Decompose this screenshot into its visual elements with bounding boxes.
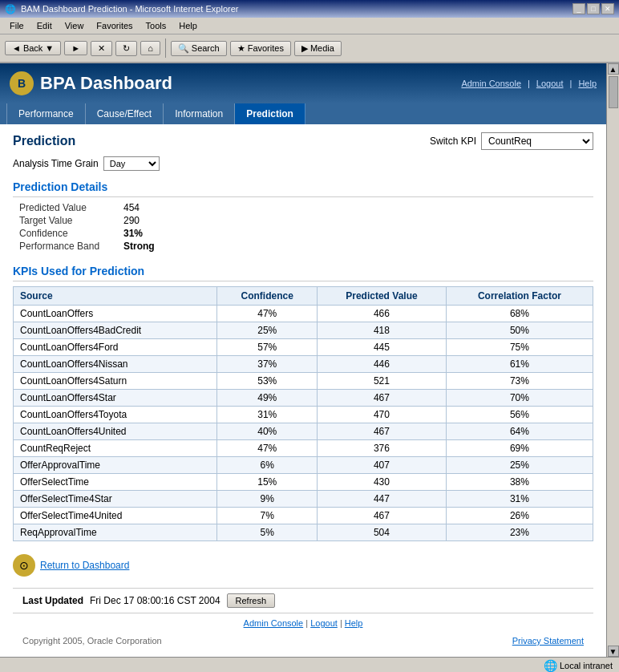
cell-predicted: 430: [318, 474, 447, 491]
switch-kpi-label: Switch KPI: [430, 136, 476, 147]
status-bar: 🌐 Local intranet: [0, 657, 619, 672]
cell-predicted: 467: [318, 423, 447, 440]
site-header: B BPA Dashboard Admin Console | Logout |…: [0, 63, 606, 103]
maximize-button[interactable]: □: [587, 3, 600, 14]
stop-button[interactable]: ✕: [91, 41, 112, 56]
menu-file[interactable]: File: [3, 19, 30, 32]
menu-bar: File Edit View Favorites Tools Help: [0, 18, 619, 34]
scrollbar[interactable]: ▲ ▼: [606, 63, 619, 657]
scroll-thumb[interactable]: [609, 76, 618, 108]
close-button[interactable]: ✕: [601, 3, 614, 14]
favorites-toolbar-button[interactable]: ★ Favorites: [230, 41, 291, 56]
help-header-link[interactable]: Help: [578, 79, 597, 88]
globe-icon: 🌐: [544, 659, 557, 672]
table-row: CountReqReject 47% 376 69%: [14, 440, 593, 457]
browser-title-bar: 🌐 BAM Dashboard Prediction - Microsoft I…: [0, 0, 619, 18]
cell-source: ReqApprovalTime: [14, 524, 217, 541]
cell-correlation: 23%: [446, 524, 593, 541]
menu-help[interactable]: Help: [172, 19, 204, 32]
toolbar: ◄ Back ▼ ► ✕ ↻ ⌂ 🔍 Search ★ Favorites ▶ …: [0, 34, 619, 63]
cell-predicted: 445: [318, 339, 447, 356]
refresh-button[interactable]: Refresh: [227, 593, 276, 608]
logout-header-link[interactable]: Logout: [536, 79, 564, 88]
status-text: Local intranet: [560, 661, 613, 670]
analysis-time-grain-select[interactable]: Day Week Month: [103, 156, 160, 171]
cell-source: OfferApprovalTime: [14, 457, 217, 474]
scroll-up-button[interactable]: ▲: [608, 63, 619, 75]
cell-correlation: 61%: [446, 356, 593, 373]
pred-label-1: Target Value: [19, 215, 123, 226]
logout-footer-link[interactable]: Logout: [310, 618, 338, 628]
table-row: CountLoanOffers4BadCredit 25% 418 50%: [14, 322, 593, 339]
minimize-button[interactable]: _: [572, 3, 585, 14]
star-icon: ★: [237, 43, 245, 54]
scroll-down-button[interactable]: ▼: [608, 646, 619, 657]
cell-confidence: 37%: [217, 356, 318, 373]
cell-confidence: 5%: [217, 524, 318, 541]
cell-predicted: 467: [318, 390, 447, 407]
last-updated-value: Fri Dec 17 08:00:16 CST 2004: [90, 595, 220, 606]
tab-causeeffect[interactable]: Cause/Effect: [86, 103, 164, 124]
cell-confidence: 25%: [217, 322, 318, 339]
page-body: Prediction Switch KPI CountReq Analysis …: [0, 124, 606, 657]
cell-confidence: 47%: [217, 440, 318, 457]
privacy-statement-link[interactable]: Privacy Statement: [512, 636, 584, 646]
cell-predicted: 466: [318, 306, 447, 322]
copyright-text: Copyright 2005, Oracle Corporation: [22, 636, 162, 646]
cell-predicted: 376: [318, 440, 447, 457]
kpi-select[interactable]: CountReq: [481, 132, 593, 150]
navigation-bar: Performance Cause/Effect Information Pre…: [0, 103, 606, 124]
prediction-details: Predicted Value 454 Target Value 290 Con…: [13, 202, 593, 252]
tab-performance[interactable]: Performance: [6, 103, 86, 124]
kpi-section-title: KPIs Used for Prediction: [13, 265, 593, 281]
cell-source: OfferSelectTime: [14, 474, 217, 491]
window-controls[interactable]: _ □ ✕: [572, 3, 614, 14]
footer-bottom: Copyright 2005, Oracle Corporation Priva…: [13, 633, 593, 649]
cell-source: CountLoanOffers4Saturn: [14, 373, 217, 390]
table-row: OfferSelectTime 15% 430 38%: [14, 474, 593, 491]
tab-prediction[interactable]: Prediction: [235, 103, 305, 124]
back-icon: ◄: [12, 43, 21, 53]
menu-tools[interactable]: Tools: [140, 19, 173, 32]
cell-predicted: 467: [318, 508, 447, 524]
dashboard-icon: ⊙: [13, 554, 35, 577]
search-toolbar-button[interactable]: 🔍 Search: [171, 41, 227, 56]
back-button[interactable]: ◄ Back ▼: [5, 41, 61, 55]
pred-value-0: 454: [123, 202, 140, 213]
logo-icon: B: [10, 71, 34, 95]
scroll-track: [609, 75, 618, 646]
pred-label-0: Predicted Value: [19, 202, 123, 213]
col-correlation: Correlation Factor: [446, 287, 593, 306]
menu-favorites[interactable]: Favorites: [90, 19, 139, 32]
page-area: B BPA Dashboard Admin Console | Logout |…: [0, 63, 619, 657]
cell-source: CountLoanOffers4United: [14, 423, 217, 440]
cell-confidence: 53%: [217, 373, 318, 390]
pred-value-1: 290: [123, 215, 140, 226]
media-toolbar-button[interactable]: ▶ Media: [294, 41, 342, 56]
header-links: Admin Console | Logout | Help: [461, 79, 597, 88]
cell-confidence: 6%: [217, 457, 318, 474]
table-header-row: Source Confidence Predicted Value Correl…: [14, 287, 593, 306]
site-logo: B BPA Dashboard: [10, 71, 172, 95]
menu-view[interactable]: View: [59, 19, 91, 32]
tab-information[interactable]: Information: [164, 103, 235, 124]
cell-correlation: 75%: [446, 339, 593, 356]
return-to-dashboard-link[interactable]: Return to Dashboard: [40, 560, 129, 571]
refresh-toolbar-button[interactable]: ↻: [115, 41, 137, 56]
table-row: CountLoanOffers 47% 466 68%: [14, 306, 593, 322]
help-footer-link[interactable]: Help: [345, 618, 363, 628]
table-row: CountLoanOffers4Saturn 53% 521 73%: [14, 373, 593, 390]
cell-correlation: 69%: [446, 440, 593, 457]
menu-edit[interactable]: Edit: [30, 19, 59, 32]
admin-console-header-link[interactable]: Admin Console: [461, 79, 521, 88]
back-arrow-icon: ▼: [45, 43, 54, 53]
pred-row-3: Performance Band Strong: [19, 241, 593, 252]
table-row: CountLoanOffers4Toyota 31% 470 56%: [14, 407, 593, 423]
pred-label-3: Performance Band: [19, 241, 123, 252]
col-source: Source: [14, 287, 217, 306]
cell-confidence: 15%: [217, 474, 318, 491]
page-title-row: Prediction Switch KPI CountReq: [13, 132, 593, 150]
admin-console-footer-link[interactable]: Admin Console: [244, 618, 304, 628]
forward-button[interactable]: ►: [64, 41, 87, 55]
home-button[interactable]: ⌂: [140, 41, 160, 55]
